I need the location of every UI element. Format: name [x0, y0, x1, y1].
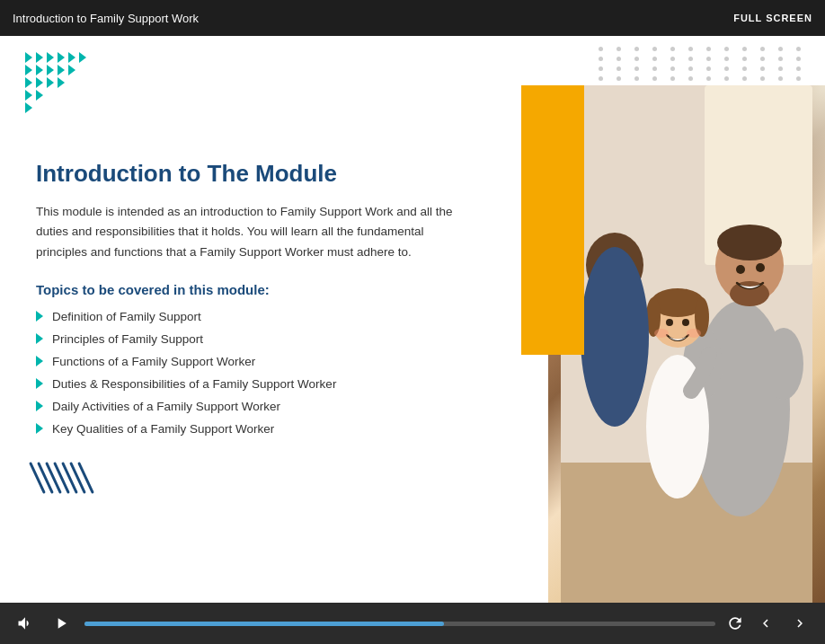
- volume-button[interactable]: [13, 611, 38, 636]
- play-button[interactable]: [49, 611, 74, 636]
- chevron-icon: [79, 52, 86, 63]
- chevron-icon: [68, 65, 75, 75]
- chevron-icon: [36, 65, 43, 75]
- dot-decoration: [706, 47, 711, 51]
- orange-accent-rectangle: [521, 85, 584, 355]
- chevron-icon: [25, 90, 32, 101]
- dot-decoration: [760, 66, 765, 71]
- chevron-icon: [58, 77, 65, 88]
- dot-decoration: [634, 76, 639, 81]
- list-chevron-icon: [36, 401, 43, 411]
- dot-decoration: [760, 47, 765, 51]
- dot-decoration: [634, 66, 639, 71]
- right-panel: // Generate dots const grid = document.c…: [521, 36, 825, 603]
- dot-decoration: [670, 76, 675, 81]
- list-item: Functions of a Family Support Worker: [36, 355, 489, 368]
- reload-icon: [726, 614, 744, 632]
- course-title: Introduction to Family Support Work: [13, 12, 199, 25]
- topic-text: Functions of a Family Support Worker: [52, 355, 255, 368]
- svg-rect-22: [561, 85, 812, 603]
- previous-icon: [758, 615, 774, 631]
- chevron-icon: [47, 52, 54, 63]
- dot-decoration: [724, 57, 729, 61]
- dot-decoration: [706, 76, 711, 81]
- chevron-icon: [36, 52, 43, 63]
- dot-decoration: [652, 47, 657, 51]
- list-chevron-icon: [36, 311, 43, 322]
- top-bar: Introduction to Family Support Work FULL…: [0, 0, 825, 36]
- dot-decoration: [796, 47, 801, 51]
- dot-decoration: [634, 47, 639, 51]
- topic-text: Principles of Family Support: [52, 332, 203, 346]
- dot-decoration: [634, 57, 639, 61]
- progress-bar[interactable]: [84, 622, 715, 626]
- chevron-icon: [25, 52, 32, 63]
- dot-decoration: [724, 47, 729, 51]
- dot-decoration: [688, 47, 693, 51]
- volume-icon: [16, 614, 34, 632]
- dot-decoration: [796, 57, 801, 61]
- reload-button[interactable]: [726, 614, 744, 632]
- chevron-icon: [58, 52, 65, 63]
- slide-content: Introduction to The Module This module i…: [0, 36, 825, 603]
- dot-decoration: [688, 57, 693, 61]
- dot-decoration: [599, 47, 603, 51]
- chevron-icon: [36, 90, 43, 101]
- family-illustration: [548, 85, 825, 603]
- chevron-icon: [25, 65, 32, 75]
- dot-decoration: [742, 57, 747, 61]
- dot-decoration: [670, 66, 675, 71]
- topic-text: Definition of Family Support: [52, 310, 201, 323]
- dot-decoration: [599, 76, 603, 81]
- dot-decoration: [706, 57, 711, 61]
- right-controls: [726, 611, 812, 636]
- dot-decoration: [778, 66, 783, 71]
- chevron-icon: [47, 65, 54, 75]
- dot-decoration: [617, 66, 621, 71]
- module-description: This module is intended as an introducti…: [36, 202, 467, 262]
- dot-decoration: [670, 47, 675, 51]
- dot-decoration: [617, 76, 621, 81]
- dot-decoration: [706, 66, 711, 71]
- dot-decoration: [778, 57, 783, 61]
- control-bar: [0, 603, 825, 644]
- dot-decoration: [796, 76, 801, 81]
- list-item: Key Qualities of a Family Support Worker: [36, 422, 489, 436]
- list-item: Principles of Family Support: [36, 332, 489, 346]
- dot-decoration: [724, 76, 729, 81]
- dot-decoration: [760, 57, 765, 61]
- dot-grid-decoration: // Generate dots const grid = document.c…: [599, 47, 809, 91]
- dot-decoration: [742, 47, 747, 51]
- chevron-icon: [25, 102, 32, 113]
- fullscreen-button[interactable]: FULL SCREEN: [733, 13, 812, 23]
- dot-decoration: [742, 76, 747, 81]
- dot-decoration: [617, 57, 621, 61]
- photo-background: [548, 85, 825, 603]
- dot-decoration: [670, 57, 675, 61]
- dot-decoration: [742, 66, 747, 71]
- dot-decoration: [599, 66, 603, 71]
- topics-heading: Topics to be covered in this module:: [36, 282, 489, 297]
- list-chevron-icon: [36, 356, 43, 366]
- chevron-icon: [68, 52, 75, 63]
- list-item: Definition of Family Support: [36, 310, 489, 323]
- decorative-chevrons: [25, 52, 86, 113]
- dot-decoration: [724, 66, 729, 71]
- stripe-decoration: [77, 462, 94, 494]
- list-item: Daily Activities of a Family Support Wor…: [36, 400, 489, 413]
- previous-button[interactable]: [753, 611, 778, 636]
- dot-decoration: [652, 57, 657, 61]
- left-panel: Introduction to The Module This module i…: [0, 36, 521, 603]
- dot-decoration: [760, 76, 765, 81]
- dot-decoration: [688, 66, 693, 71]
- dot-decoration: [778, 47, 783, 51]
- next-button[interactable]: [787, 611, 812, 636]
- decorative-stripes: [36, 461, 489, 495]
- module-title: Introduction to The Module: [36, 160, 489, 188]
- play-icon: [52, 614, 70, 632]
- topic-text: Key Qualities of a Family Support Worker: [52, 422, 274, 436]
- topics-list: Definition of Family Support Principles …: [36, 310, 489, 436]
- list-chevron-icon: [36, 423, 43, 434]
- chevron-icon: [25, 77, 32, 88]
- chevron-icon: [58, 65, 65, 75]
